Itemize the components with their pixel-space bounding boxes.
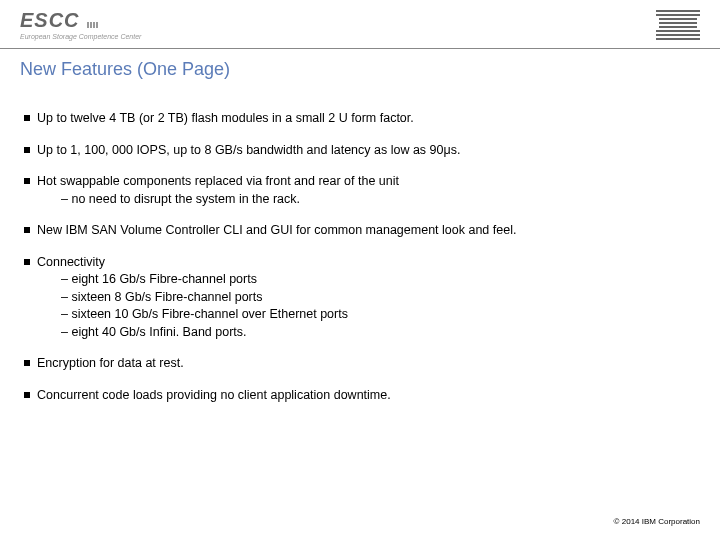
bullet-main: New IBM SAN Volume Controller CLI and GU… xyxy=(37,223,516,237)
bullet-icon xyxy=(24,259,30,265)
escc-logo: ESCC European Storage Competence Center xyxy=(20,10,141,40)
page-title: New Features (One Page) xyxy=(0,49,720,80)
bullet-sub: – sixteen 10 Gb/s Fibre-channel over Eth… xyxy=(37,306,696,324)
bullet-icon xyxy=(24,392,30,398)
bullet-sub: – no need to disrupt the system in the r… xyxy=(37,191,696,209)
bullet-main: Hot swappable components replaced via fr… xyxy=(37,174,399,188)
bullet-icon xyxy=(24,227,30,233)
escc-logo-text: ESCC xyxy=(20,9,80,31)
escc-subtitle: European Storage Competence Center xyxy=(20,33,141,40)
list-item: Connectivity – eight 16 Gb/s Fibre-chann… xyxy=(24,254,696,342)
bullet-text: Concurrent code loads providing no clien… xyxy=(37,387,696,405)
bullet-text: Encryption for data at rest. xyxy=(37,355,696,373)
bullet-text: Hot swappable components replaced via fr… xyxy=(37,173,696,208)
bullet-main: Concurrent code loads providing no clien… xyxy=(37,388,391,402)
bullet-main: Encryption for data at rest. xyxy=(37,356,184,370)
slide-header: ESCC European Storage Competence Center xyxy=(0,0,720,49)
bullet-main: Up to 1, 100, 000 IOPS, up to 8 GB/s ban… xyxy=(37,143,460,157)
bullet-icon xyxy=(24,360,30,366)
bullet-text: Up to twelve 4 TB (or 2 TB) flash module… xyxy=(37,110,696,128)
content-area: Up to twelve 4 TB (or 2 TB) flash module… xyxy=(0,80,720,404)
bullet-icon xyxy=(24,178,30,184)
list-item: Up to twelve 4 TB (or 2 TB) flash module… xyxy=(24,110,696,128)
copyright-footer: © 2014 IBM Corporation xyxy=(614,517,700,526)
bullet-main: Up to twelve 4 TB (or 2 TB) flash module… xyxy=(37,111,414,125)
bullet-sub: – sixteen 8 Gb/s Fibre-channel ports xyxy=(37,289,696,307)
bullet-text: Up to 1, 100, 000 IOPS, up to 8 GB/s ban… xyxy=(37,142,696,160)
bullet-sub: – eight 16 Gb/s Fibre-channel ports xyxy=(37,271,696,289)
escc-bars-icon xyxy=(86,15,98,31)
bullet-icon xyxy=(24,147,30,153)
bullet-sub: – eight 40 Gb/s Infini. Band ports. xyxy=(37,324,696,342)
list-item: Hot swappable components replaced via fr… xyxy=(24,173,696,208)
list-item: New IBM SAN Volume Controller CLI and GU… xyxy=(24,222,696,240)
ibm-logo-icon xyxy=(656,10,700,40)
list-item: Up to 1, 100, 000 IOPS, up to 8 GB/s ban… xyxy=(24,142,696,160)
list-item: Concurrent code loads providing no clien… xyxy=(24,387,696,405)
list-item: Encryption for data at rest. xyxy=(24,355,696,373)
bullet-text: Connectivity – eight 16 Gb/s Fibre-chann… xyxy=(37,254,696,342)
bullet-text: New IBM SAN Volume Controller CLI and GU… xyxy=(37,222,696,240)
bullet-main: Connectivity xyxy=(37,255,105,269)
bullet-icon xyxy=(24,115,30,121)
